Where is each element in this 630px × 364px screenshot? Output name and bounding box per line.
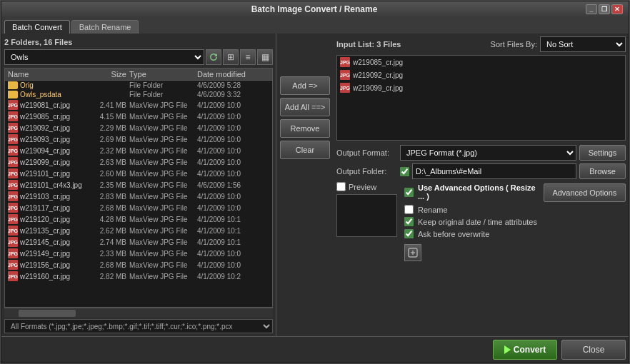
jpg-icon: JPG xyxy=(340,83,350,93)
table-row[interactable]: JPGw219093_cr.jpg2.69 MBMaxView JPG File… xyxy=(5,133,272,145)
table-row[interactable]: JPGw219135_cr.jpg2.62 MBMaxView JPG File… xyxy=(5,225,272,236)
output-folder-checkbox[interactable] xyxy=(400,167,409,176)
preview-options-section: Preview Use Advanced Options ( Resize ..… xyxy=(336,182,626,333)
file-name: w219135_cr.jpg xyxy=(20,227,70,235)
add-all-button[interactable]: Add All ==> xyxy=(280,98,330,116)
table-row[interactable]: JPGw219092_cr.jpg2.29 MBMaxView JPG File… xyxy=(5,122,272,133)
grid-view-icon[interactable]: ⊞ xyxy=(223,49,239,65)
close-button[interactable]: ✕ xyxy=(611,4,623,14)
table-row[interactable]: JPGw219094_cr.jpg2.32 MBMaxView JPG File… xyxy=(5,145,272,156)
file-name: w219103_cr.jpg xyxy=(20,193,70,201)
advanced-options-button[interactable]: Advanced Options xyxy=(544,183,626,202)
folder-icon xyxy=(8,81,18,89)
sort-section: Sort Files By: No Sort Name Date Size xyxy=(491,36,626,52)
table-row[interactable]: JPGw219145_cr.jpg2.74 MBMaxView JPG File… xyxy=(5,236,272,248)
scrollbar-thumb[interactable] xyxy=(19,310,76,317)
output-format-label: Output Format: xyxy=(336,148,397,157)
file-name: Owls_psdata xyxy=(20,91,61,98)
preview-checkbox[interactable] xyxy=(336,182,346,191)
add-button[interactable]: Add => xyxy=(280,76,330,95)
output-folder-row: Output Folder: Browse xyxy=(336,163,626,179)
table-row[interactable]: JPGw219101_cr.jpg2.60 MBMaxView JPG File… xyxy=(5,168,272,179)
window-title: Batch Image Convert / Rename xyxy=(43,4,586,14)
file-type: MaxView JPG File xyxy=(129,181,197,189)
ask-overwrite-label: Ask before overwrite xyxy=(418,230,489,238)
table-row[interactable]: JPGw219101_cr4x3.jpg2.35 MBMaxView JPG F… xyxy=(5,179,272,191)
file-list-header: Name Size Type Date modified xyxy=(4,68,273,80)
table-row[interactable]: JPGw219085_cr.jpg4.15 MBMaxView JPG File… xyxy=(5,111,272,122)
input-file-list[interactable]: JPGw219085_cr.jpgJPGw219092_cr.jpgJPGw21… xyxy=(336,55,626,141)
file-name: w219085_cr.jpg xyxy=(20,113,70,121)
jpg-icon: JPG xyxy=(8,180,18,190)
browse-button[interactable]: Browse xyxy=(579,163,626,179)
file-name: w219160_cr.jpg xyxy=(20,273,70,280)
output-folder-input[interactable] xyxy=(412,163,576,179)
file-type: MaxView JPG File xyxy=(129,227,197,235)
keep-date-checkbox[interactable] xyxy=(404,217,414,226)
table-row[interactable]: JPGw219117_cr.jpg2.68 MBMaxView JPG File… xyxy=(5,202,272,213)
list-item[interactable]: JPGw219092_cr.jpg xyxy=(337,69,625,81)
use-advanced-label: Use Advanced Options ( Resize ... ) xyxy=(418,183,544,201)
table-row[interactable]: JPGw219103_cr.jpg2.83 MBMaxView JPG File… xyxy=(5,191,272,202)
jpg-icon: JPG xyxy=(8,260,18,270)
use-advanced-checkbox[interactable] xyxy=(404,188,414,197)
jpg-icon: JPG xyxy=(8,146,18,156)
file-name: w219081_cr.jpg xyxy=(20,101,70,109)
table-row[interactable]: JPGw219160_cr.jpg2.82 MBMaxView JPG File… xyxy=(5,271,272,282)
convert-button[interactable]: Convert xyxy=(493,340,557,360)
file-type: MaxView JPG File xyxy=(129,250,197,258)
table-row[interactable]: JPGw219120_cr.jpg4.28 MBMaxView JPG File… xyxy=(5,213,272,225)
restore-button[interactable]: ❐ xyxy=(599,4,610,14)
refresh-icon[interactable] xyxy=(206,49,221,65)
table-row[interactable]: OrigFile Folder4/6/2009 5:28 xyxy=(5,81,272,90)
table-row[interactable]: JPGw219156_cr.jpg2.68 MBMaxView JPG File… xyxy=(5,259,272,271)
output-section: Output Format: JPEG Format (*.jpg) Setti… xyxy=(336,145,626,179)
table-row[interactable]: JPGw219149_cr.jpg2.33 MBMaxView JPG File… xyxy=(5,248,272,259)
file-size: 2.29 MB xyxy=(90,124,129,132)
preview-label-text: Preview xyxy=(349,183,376,191)
file-type: MaxView JPG File xyxy=(129,170,197,178)
title-bar: Batch Image Convert / Rename _ ❐ ✕ xyxy=(1,1,629,17)
table-row[interactable]: Owls_psdataFile Folder4/6/2009 3:32 xyxy=(5,90,272,99)
keep-date-row: Keep original date / time attributes xyxy=(404,217,626,226)
rename-checkbox[interactable] xyxy=(404,205,414,214)
file-size: 2.41 MB xyxy=(90,101,129,109)
main-window: Batch Image Convert / Rename _ ❐ ✕ Batch… xyxy=(1,1,629,363)
table-row[interactable]: JPGw219081_cr.jpg2.41 MBMaxView JPG File… xyxy=(5,99,272,111)
file-type: MaxView JPG File xyxy=(129,147,197,155)
file-size: 2.83 MB xyxy=(90,193,129,201)
options-section: Use Advanced Options ( Resize ... ) Adva… xyxy=(401,182,626,333)
details-view-icon[interactable]: ▦ xyxy=(257,49,273,65)
jpg-icon: JPG xyxy=(340,70,350,80)
rename-label: Rename xyxy=(418,206,448,214)
list-item[interactable]: JPGw219085_cr.jpg xyxy=(337,56,625,69)
file-size: 4.15 MB xyxy=(90,113,129,121)
file-type: File Folder xyxy=(129,81,197,89)
minimize-button[interactable]: _ xyxy=(586,4,597,14)
file-date: 4/6/2009 3:32 xyxy=(197,91,272,98)
tab-batch-rename[interactable]: Batch Rename xyxy=(71,20,139,34)
file-size: 4.28 MB xyxy=(90,216,129,223)
extra-icon-button[interactable] xyxy=(404,244,421,261)
input-file-name: w219099_cr.jpg xyxy=(353,84,403,92)
horizontal-scrollbar[interactable] xyxy=(4,308,273,318)
remove-button[interactable]: Remove xyxy=(280,119,330,138)
ask-overwrite-checkbox[interactable] xyxy=(404,229,414,238)
folder-dropdown[interactable]: Owls xyxy=(4,49,204,65)
file-name: w219099_cr.jpg xyxy=(20,158,70,166)
settings-button[interactable]: Settings xyxy=(579,145,626,161)
format-filter-dropdown[interactable]: All Formats (*.jpg;*.jpe;*.jpeg;*.bmp;*.… xyxy=(4,319,273,333)
folder-icon xyxy=(8,91,18,98)
jpg-icon: JPG xyxy=(340,57,350,67)
list-view-icon[interactable]: ≡ xyxy=(240,49,256,65)
output-format-dropdown[interactable]: JPEG Format (*.jpg) xyxy=(400,145,576,161)
table-row[interactable]: JPGw219099_cr.jpg2.63 MBMaxView JPG File… xyxy=(5,156,272,168)
bottom-buttons: Convert Close xyxy=(1,336,629,363)
sort-dropdown[interactable]: No Sort Name Date Size xyxy=(540,36,626,52)
list-item[interactable]: JPGw219099_cr.jpg xyxy=(337,81,625,94)
file-list[interactable]: OrigFile Folder4/6/2009 5:28Owls_psdataF… xyxy=(4,80,273,308)
tab-batch-convert[interactable]: Batch Convert xyxy=(4,20,70,34)
clear-button[interactable]: Clear xyxy=(280,141,330,159)
close-app-button[interactable]: Close xyxy=(561,340,626,360)
file-type: MaxView JPG File xyxy=(129,124,197,132)
